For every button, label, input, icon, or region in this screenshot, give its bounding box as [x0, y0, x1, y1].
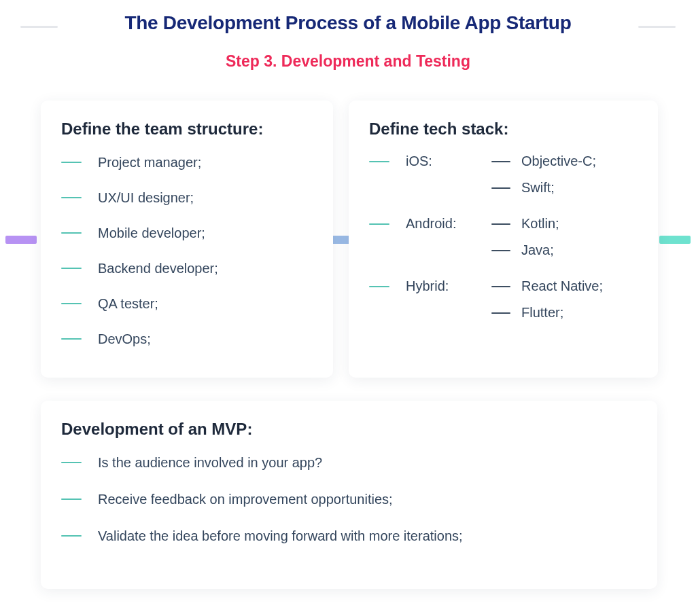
dash-icon [61, 232, 82, 234]
list-item-text: Is the audience involved in your app? [98, 454, 322, 471]
page-subtitle: Step 3. Development and Testing [0, 52, 696, 71]
list-item: UX/UI designer; [61, 189, 313, 206]
dash-icon [61, 462, 82, 463]
list-item: Validate the idea before moving forward … [61, 527, 637, 545]
tech-platform: iOS: [369, 153, 491, 169]
list-item: QA tester; [61, 295, 313, 312]
tech-row-ios: iOS: Objective-C; Swift; [369, 153, 638, 196]
dash-icon [61, 197, 82, 198]
list-item: Receive feedback on improvement opportun… [61, 490, 637, 508]
card-team-structure: Define the team structure: Project manag… [41, 101, 333, 378]
list-item-text: Receive feedback on improvement opportun… [98, 490, 393, 508]
list-item: Kotlin; [491, 216, 638, 232]
list-item-text: DevOps; [98, 330, 151, 348]
dash-icon [61, 535, 82, 537]
list-item: Objective-C; [491, 153, 638, 169]
tech-sublist: Kotlin; Java; [491, 216, 638, 258]
card-tech-stack: Define tech stack: iOS: Objective-C; Swi… [349, 101, 658, 378]
tech-platform: Android: [369, 216, 491, 232]
dash-icon [491, 187, 510, 189]
team-list: Project manager; UX/UI designer; Mobile … [61, 153, 313, 348]
list-item-text: Flutter; [521, 305, 563, 321]
dash-icon [491, 286, 510, 287]
list-item-text: Backend developer; [98, 259, 218, 277]
list-item-text: QA tester; [98, 295, 158, 312]
tech-platform-label: Android: [406, 216, 457, 232]
list-item-text: React Native; [521, 278, 603, 294]
list-item: Java; [491, 242, 638, 258]
accent-bar-teal [659, 236, 691, 244]
list-item-text: Kotlin; [521, 216, 559, 232]
list-item: React Native; [491, 278, 638, 294]
tech-sublist: Objective-C; Swift; [491, 153, 638, 196]
list-item-text: Objective-C; [521, 153, 596, 169]
page-title: The Development Process of a Mobile App … [0, 12, 696, 34]
list-item-text: Swift; [521, 180, 555, 196]
tech-platform-label: iOS: [406, 153, 432, 169]
tech-platform-label: Hybrid: [406, 278, 449, 294]
dash-icon [491, 312, 510, 314]
list-item: Flutter; [491, 305, 638, 321]
dash-icon [61, 268, 82, 269]
list-item-text: UX/UI designer; [98, 189, 194, 206]
accent-bar-purple [5, 236, 37, 244]
list-item: Swift; [491, 180, 638, 196]
dash-icon [369, 223, 389, 225]
list-item: Backend developer; [61, 259, 313, 277]
tech-platform: Hybrid: [369, 278, 491, 294]
list-item-text: Project manager; [98, 153, 201, 171]
dash-icon [61, 162, 82, 163]
dash-icon [61, 338, 82, 340]
list-item: Mobile developer; [61, 224, 313, 242]
card-mvp-heading: Development of an MVP: [61, 420, 637, 439]
tech-row-hybrid: Hybrid: React Native; Flutter; [369, 278, 638, 321]
list-item: DevOps; [61, 330, 313, 348]
dash-icon [369, 161, 389, 162]
dash-icon [61, 303, 82, 304]
dash-icon [491, 161, 510, 162]
list-item-text: Java; [521, 242, 554, 258]
list-item: Project manager; [61, 153, 313, 171]
dash-icon [369, 286, 389, 287]
tech-sublist: React Native; Flutter; [491, 278, 638, 321]
dash-icon [491, 250, 510, 251]
dash-icon [491, 223, 510, 225]
tech-row-android: Android: Kotlin; Java; [369, 216, 638, 258]
mvp-list: Is the audience involved in your app? Re… [61, 454, 637, 545]
list-item: Is the audience involved in your app? [61, 454, 637, 471]
dash-icon [61, 499, 82, 500]
list-item-text: Mobile developer; [98, 224, 205, 242]
card-tech-heading: Define tech stack: [369, 120, 638, 139]
card-mvp: Development of an MVP: Is the audience i… [41, 401, 657, 589]
card-team-heading: Define the team structure: [61, 120, 313, 139]
list-item-text: Validate the idea before moving forward … [98, 527, 463, 545]
